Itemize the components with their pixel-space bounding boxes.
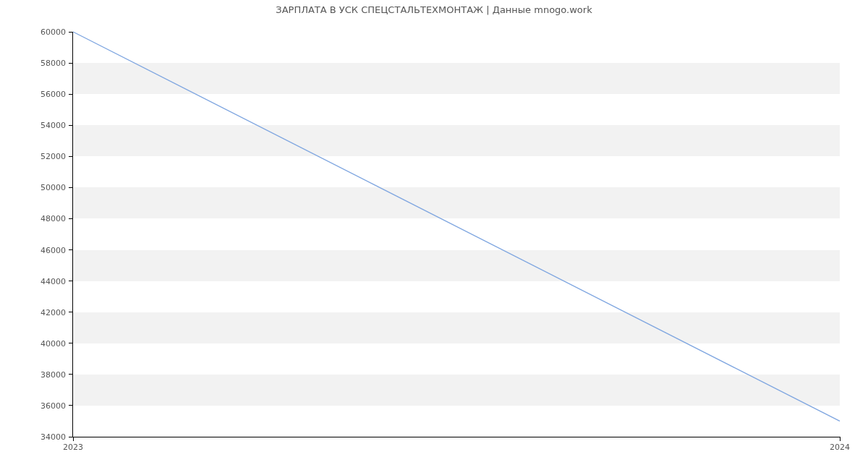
y-tick-label: 54000 xyxy=(41,121,73,130)
x-tick-label: 2023 xyxy=(63,437,83,452)
y-tick-label: 46000 xyxy=(41,245,73,255)
y-tick-label: 50000 xyxy=(41,183,73,192)
plot-area: 3400036000380004000042000440004600048000… xyxy=(72,32,840,437)
x-tick-label: 2024 xyxy=(830,437,850,452)
y-tick-label: 58000 xyxy=(41,59,73,68)
y-tick-label: 36000 xyxy=(41,401,73,410)
y-tick-label: 52000 xyxy=(41,152,73,161)
y-tick-label: 42000 xyxy=(41,307,73,317)
chart-container: ЗАРПЛАТА В УСК СПЕЦСТАЛЬТЕХМОНТАЖ | Данн… xyxy=(0,0,868,470)
data-line xyxy=(73,32,840,421)
y-tick-label: 56000 xyxy=(41,90,73,99)
y-tick-label: 40000 xyxy=(41,338,73,348)
y-tick-label: 38000 xyxy=(41,369,73,379)
line-layer xyxy=(73,32,840,437)
y-tick-label: 44000 xyxy=(41,276,73,286)
y-tick-label: 48000 xyxy=(41,214,73,223)
chart-title: ЗАРПЛАТА В УСК СПЕЦСТАЛЬТЕХМОНТАЖ | Данн… xyxy=(0,4,868,15)
y-tick-label: 60000 xyxy=(41,27,73,37)
